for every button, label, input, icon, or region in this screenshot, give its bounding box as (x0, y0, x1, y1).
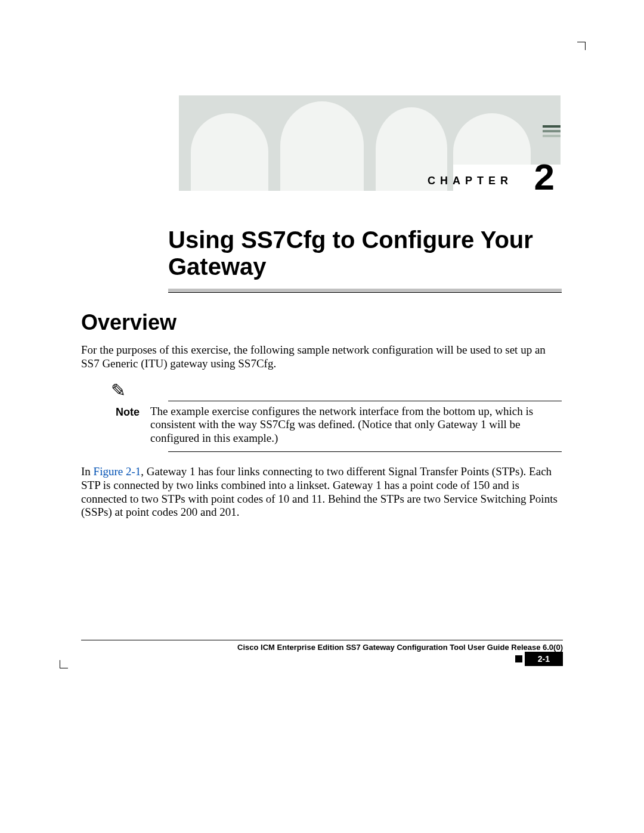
text: , Gateway 1 has four links connecting to… (81, 465, 558, 518)
chapter-number: 2 (534, 159, 555, 191)
note-label: Note (111, 405, 140, 445)
title-rule-thin (168, 292, 562, 293)
section-overview: Overview For the purposes of this exerci… (81, 310, 562, 530)
note-body: The example exercise configures the netw… (150, 405, 562, 445)
banner-stripe (543, 130, 561, 132)
crop-mark-icon (577, 42, 586, 50)
page-title: Using SS7Cfg to Configure Your Gateway (168, 227, 562, 280)
banner-stripe (543, 135, 561, 137)
note-rule (168, 451, 562, 452)
chapter-banner: CHAPTER 2 (179, 95, 561, 191)
page: CHAPTER 2 Using SS7Cfg to Configure Your… (0, 0, 644, 833)
chapter-label: CHAPTER (428, 175, 513, 187)
section-heading: Overview (81, 310, 562, 335)
paragraph-body: In Figure 2-1, Gateway 1 has four links … (81, 465, 562, 519)
banner-stripe (543, 125, 561, 128)
banner-silhouette (191, 113, 268, 191)
page-footer: Cisco ICM Enterprise Edition SS7 Gateway… (81, 640, 563, 666)
figure-link[interactable]: Figure 2-1 (94, 465, 141, 478)
text: In (81, 465, 94, 478)
footer-square-icon (515, 655, 522, 662)
title-block: Using SS7Cfg to Configure Your Gateway (168, 227, 562, 293)
pencil-icon: ✎ (111, 382, 126, 400)
note-row: Note The example exercise configures the… (111, 405, 562, 445)
paragraph-intro: For the purposes of this exercise, the f… (81, 343, 562, 371)
footer-rule (81, 640, 563, 640)
banner-silhouette (280, 101, 364, 191)
note-header: ✎ (111, 382, 562, 400)
note-block: ✎ Note The example exercise configures t… (111, 382, 562, 452)
footer-bar: 2-1 (81, 652, 563, 666)
note-rule (168, 401, 562, 401)
crop-mark-icon (60, 660, 68, 668)
footer-book-title: Cisco ICM Enterprise Edition SS7 Gateway… (81, 643, 563, 652)
footer-page-number: 2-1 (525, 652, 563, 666)
